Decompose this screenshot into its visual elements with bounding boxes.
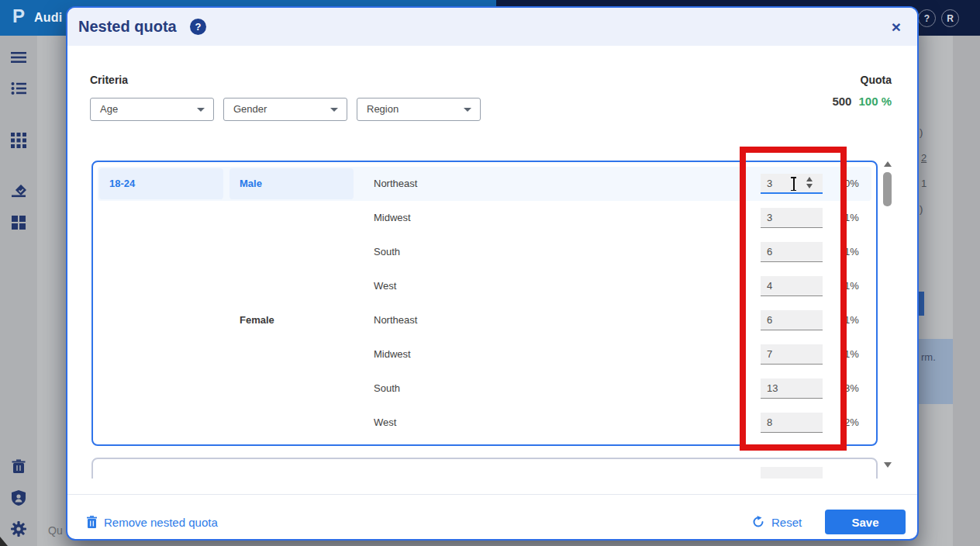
dropdown-value: Gender bbox=[233, 98, 267, 120]
quota-percent: 100 % bbox=[858, 95, 892, 108]
bg-fragment-text: rm. bbox=[921, 351, 936, 363]
save-button[interactable]: Save bbox=[825, 510, 906, 534]
bg-fragment: 1 bbox=[921, 178, 927, 189]
bg-fragment: 2 bbox=[921, 152, 927, 164]
annotation-red-box bbox=[740, 147, 847, 451]
bg-button-fragment bbox=[919, 292, 924, 316]
region-label: Northeast bbox=[374, 167, 417, 201]
chevron-down-icon bbox=[464, 108, 471, 112]
criteria-dropdown-region[interactable]: Region bbox=[357, 98, 481, 121]
criteria-label: Criteria bbox=[90, 74, 128, 86]
region-label: South bbox=[374, 235, 400, 269]
chevron-down-icon bbox=[330, 108, 338, 112]
bg-quota-fragment: Qu bbox=[48, 524, 63, 537]
bg-fragment: ) bbox=[920, 203, 923, 215]
reset-icon bbox=[752, 516, 764, 528]
shield-user-icon[interactable] bbox=[11, 490, 26, 506]
criteria-dropdown-gender[interactable]: Gender bbox=[223, 98, 347, 121]
sidebar bbox=[0, 36, 37, 546]
dialog-header: Nested quota ? × bbox=[67, 8, 917, 46]
help-icon[interactable]: ? bbox=[190, 19, 206, 35]
trash-icon bbox=[87, 516, 97, 528]
scroll-up-icon[interactable] bbox=[884, 161, 892, 167]
bg-highlight-fragment: rm. bbox=[919, 339, 953, 404]
ballot-icon[interactable] bbox=[11, 185, 26, 200]
mouse-cursor-fragment bbox=[0, 537, 11, 546]
bg-fragment: ) bbox=[920, 126, 923, 138]
quota-values: 500100 % bbox=[832, 95, 892, 108]
reset-label: Reset bbox=[771, 516, 802, 529]
remove-nested-quota-button[interactable]: Remove nested quota bbox=[87, 511, 218, 533]
next-quota-table bbox=[91, 458, 878, 479]
reset-button[interactable]: Reset bbox=[752, 511, 802, 533]
quota-total: 500 bbox=[832, 95, 851, 108]
app-logo: P bbox=[12, 5, 25, 27]
gender-chip: Male bbox=[229, 168, 354, 199]
dropdown-value: Age bbox=[100, 98, 118, 120]
gender-value: Male bbox=[240, 168, 262, 199]
age-chip: 18-24 bbox=[99, 168, 223, 199]
next-quota-table-clip bbox=[91, 458, 878, 479]
close-icon[interactable]: × bbox=[885, 16, 908, 39]
app-name: Audi bbox=[34, 11, 62, 25]
scrollbar-thumb[interactable] bbox=[883, 172, 892, 206]
page-background-right bbox=[953, 36, 980, 546]
menu-icon[interactable] bbox=[11, 50, 26, 65]
scroll-down-icon[interactable] bbox=[884, 462, 892, 468]
region-label: West bbox=[374, 406, 396, 440]
avatar[interactable]: R bbox=[941, 9, 959, 27]
age-value: 18-24 bbox=[109, 168, 135, 199]
trash-icon[interactable] bbox=[11, 459, 26, 475]
gender-label: Female bbox=[240, 303, 274, 337]
region-label: South bbox=[374, 371, 400, 406]
region-label: Northeast bbox=[374, 303, 417, 337]
nested-quota-dialog: Nested quota ? × Criteria Quota 500100 %… bbox=[66, 6, 919, 541]
help-button[interactable]: ? bbox=[918, 9, 936, 27]
quota-label: Quota bbox=[861, 74, 892, 86]
grid-icon[interactable] bbox=[11, 133, 26, 148]
quota-input-partial bbox=[761, 467, 823, 479]
dialog-title: Nested quota bbox=[78, 8, 177, 46]
region-label: Midwest bbox=[374, 337, 411, 371]
footer-divider bbox=[67, 494, 917, 495]
region-label: West bbox=[374, 269, 396, 303]
criteria-dropdown-age[interactable]: Age bbox=[90, 98, 214, 121]
dropdown-value: Region bbox=[367, 98, 399, 120]
region-label: Midwest bbox=[374, 201, 411, 235]
remove-label: Remove nested quota bbox=[104, 516, 218, 529]
apps-icon[interactable] bbox=[11, 215, 26, 230]
chevron-down-icon bbox=[197, 108, 205, 112]
gear-icon[interactable] bbox=[11, 521, 26, 537]
list-icon[interactable] bbox=[11, 81, 26, 96]
